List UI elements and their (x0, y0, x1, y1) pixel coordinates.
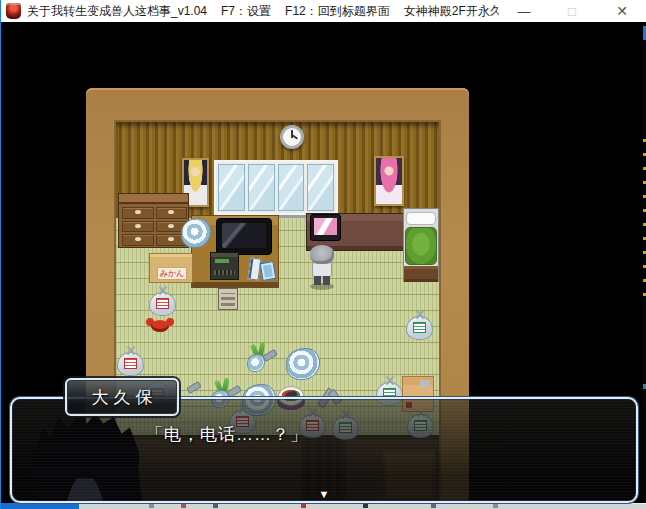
bag-knot (385, 376, 394, 385)
bag-tag (156, 298, 169, 309)
cloth-swirl (247, 354, 265, 372)
bed (403, 208, 439, 282)
small-tv-screen (314, 218, 337, 235)
bed-footboard (404, 266, 438, 282)
glass-pane (248, 164, 275, 211)
character-body (312, 262, 332, 277)
glass-pane (218, 164, 245, 211)
dresser-drawers (122, 207, 187, 246)
poster-pink-girl (374, 156, 404, 206)
taskbar-icon[interactable] (213, 504, 218, 508)
taskbar-icon[interactable] (493, 504, 498, 508)
character-portrait-silhouette (28, 407, 142, 501)
big-tv (216, 218, 272, 255)
bag-knot (415, 310, 424, 319)
window-title-main: 关于我转生变成兽人这档事_v1.04 (27, 4, 207, 18)
advance-indicator: ▼ (319, 488, 330, 500)
hotkey-hint-f7: F7：设置 (221, 4, 271, 18)
window-title: 关于我转生变成兽人这档事_v1.04F7：设置F12：回到标题界面女神神殿2F开… (27, 0, 499, 22)
player-character (307, 245, 337, 291)
taskbar-strip[interactable] (1, 503, 646, 509)
wall-clock (280, 125, 304, 149)
drawer (122, 221, 154, 233)
drawer (156, 207, 188, 219)
game-window: 关于我转生变成兽人这档事_v1.04F7：设置F12：回到标题界面女神神殿2F开… (0, 0, 646, 509)
bag-knot (126, 346, 135, 355)
crab-toy (147, 318, 173, 334)
window-panes (214, 160, 338, 215)
printer (210, 252, 239, 280)
trash-bag (406, 310, 433, 340)
trash-bag (149, 286, 176, 316)
maximize-button[interactable]: □ (549, 0, 595, 22)
character-legs (314, 276, 330, 285)
blanket (405, 227, 437, 265)
speaker-name-box: 大久保 (65, 378, 179, 416)
bag-tag (413, 322, 426, 333)
dialogue-text: 「电，电话……？」 (146, 423, 308, 446)
step-stool (218, 288, 238, 310)
window-icon (6, 3, 21, 19)
cardboard-box-label: みかん (157, 267, 187, 280)
character-hair (310, 245, 334, 264)
glass-pane (307, 164, 334, 211)
big-tv-screen (222, 223, 266, 248)
taskbar-icon[interactable] (149, 504, 154, 508)
taskbar-icon[interactable] (181, 504, 186, 508)
window-title-tail: 女神神殿2F开永久... (404, 4, 499, 18)
drawer (122, 207, 154, 219)
bag-knot (158, 286, 167, 295)
papers-and-disc (248, 258, 274, 282)
cardboard-box: みかん (149, 253, 193, 283)
taskbar-icon[interactable] (301, 504, 306, 508)
onion-sock-pile (245, 344, 285, 374)
hotkey-hint-f12: F12：回到标题界面 (285, 4, 390, 18)
trash-bag (117, 346, 144, 376)
title-bar[interactable]: 关于我转生变成兽人这档事_v1.04F7：设置F12：回到标题界面女神神殿2F开… (1, 0, 646, 22)
taskbar-blue-segment[interactable] (1, 503, 79, 509)
dresser-top (119, 194, 188, 204)
minimize-button[interactable]: — (501, 0, 547, 22)
pillow (406, 212, 436, 225)
drawer (122, 234, 154, 246)
taskbar-icon[interactable] (363, 504, 368, 508)
close-button[interactable]: ✕ (599, 0, 645, 22)
small-tv (310, 214, 341, 241)
glass-pane (278, 164, 305, 211)
dresser (118, 193, 189, 248)
taskbar-icon[interactable] (431, 504, 436, 508)
bag-tag (124, 358, 137, 369)
crab-body (151, 320, 169, 332)
